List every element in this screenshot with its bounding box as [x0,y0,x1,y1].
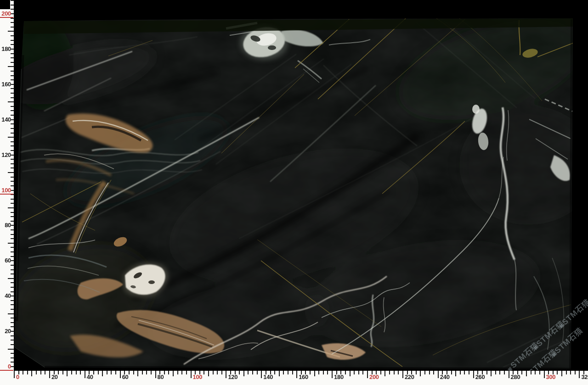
slab-scan-image [0,0,588,385]
slab-scan-viewer: ◙STM石猫◙STM石猫◙STM石猫◙STM石猫◙STM石猫 020406080… [0,0,588,385]
